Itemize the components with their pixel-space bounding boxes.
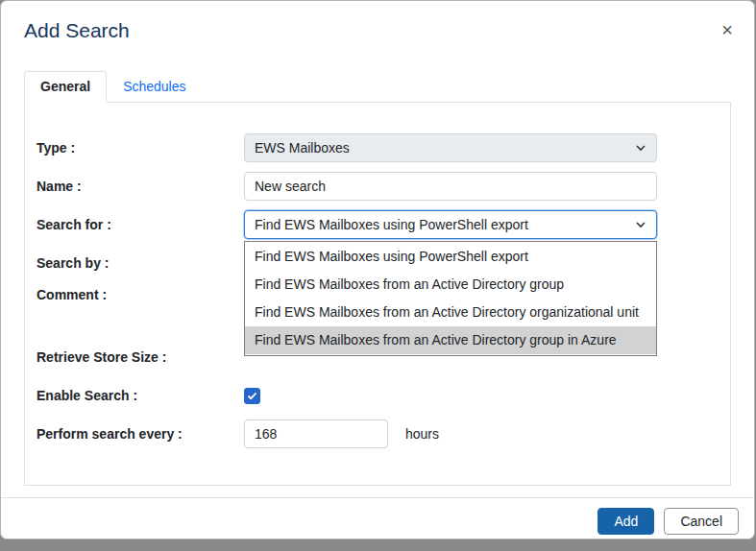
- close-icon[interactable]: ×: [721, 20, 733, 39]
- search-for-dropdown: Find EWS Mailboxes using PowerShell expo…: [244, 241, 657, 356]
- form-row-enable-search: Enable Search :: [37, 381, 719, 410]
- perform-search-every-input[interactable]: [244, 419, 388, 448]
- add-search-dialog: Add Search × General Schedules Type : EW…: [0, 0, 755, 539]
- type-select[interactable]: EWS Mailboxes: [244, 133, 657, 162]
- cancel-button[interactable]: Cancel: [664, 508, 739, 535]
- perform-search-every-label: Perform search every :: [37, 426, 244, 442]
- dialog-footer: Add Cancel: [1, 497, 754, 544]
- search-for-select-value: Find EWS Mailboxes using PowerShell expo…: [255, 217, 528, 232]
- dropdown-option[interactable]: Find EWS Mailboxes from an Active Direct…: [245, 271, 656, 299]
- name-input[interactable]: [244, 172, 657, 201]
- add-button[interactable]: Add: [597, 508, 654, 535]
- comment-label: Comment :: [37, 287, 244, 302]
- search-for-select[interactable]: Find EWS Mailboxes using PowerShell expo…: [244, 210, 657, 239]
- dropdown-option[interactable]: Find EWS Mailboxes using PowerShell expo…: [245, 243, 656, 271]
- enable-search-label: Enable Search :: [37, 388, 244, 403]
- dropdown-option[interactable]: Find EWS Mailboxes from an Active Direct…: [245, 299, 656, 326]
- enable-search-checkbox[interactable]: [244, 388, 260, 404]
- page-backdrop: Add Search × General Schedules Type : EW…: [0, 0, 756, 551]
- chevron-down-icon: [635, 142, 646, 154]
- retrieve-store-size-label: Retrieve Store Size :: [37, 349, 244, 365]
- dialog-title: Add Search: [24, 19, 731, 42]
- dialog-header: Add Search ×: [1, 1, 754, 42]
- type-label: Type :: [37, 140, 244, 156]
- hours-suffix: hours: [405, 426, 439, 442]
- type-select-value: EWS Mailboxes: [255, 140, 350, 156]
- chevron-down-icon: [635, 219, 646, 230]
- form-row-perform-search-every: Perform search every : hours: [37, 419, 719, 448]
- dropdown-option-highlighted[interactable]: Find EWS Mailboxes from an Active Direct…: [245, 326, 656, 354]
- general-tab-panel: Type : EWS Mailboxes Name : Search for :: [24, 103, 731, 486]
- tab-schedules[interactable]: Schedules: [107, 71, 202, 103]
- form-row-type: Type : EWS Mailboxes: [37, 133, 719, 162]
- search-for-label: Search for :: [37, 217, 244, 232]
- tab-general[interactable]: General: [24, 71, 107, 103]
- form-row-name: Name :: [37, 172, 719, 201]
- tab-bar: General Schedules: [24, 71, 731, 103]
- search-by-label: Search by :: [37, 255, 244, 271]
- form-row-search-for: Search for : Find EWS Mailboxes using Po…: [37, 210, 719, 239]
- name-label: Name :: [37, 179, 244, 194]
- check-icon: [247, 391, 257, 401]
